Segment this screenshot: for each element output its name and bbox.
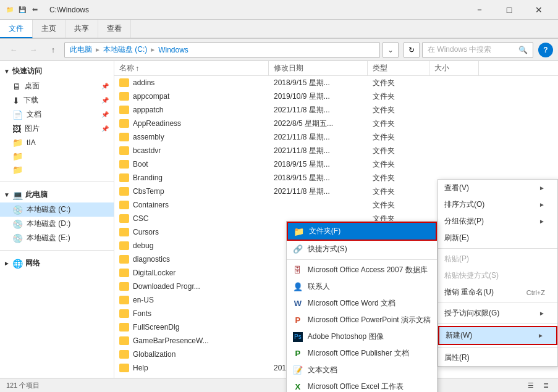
- new-contact-item[interactable]: 👤 联系人: [287, 278, 437, 295]
- sidebar-label-tia: tIA: [27, 138, 36, 147]
- maximize-button[interactable]: □: [495, 0, 523, 20]
- folder-icon: [119, 309, 129, 318]
- ctx-group[interactable]: 分组依据(P) ►: [438, 213, 557, 230]
- view-buttons: ☰ ≣: [525, 380, 552, 392]
- sidebar-item-extra1[interactable]: 📁: [0, 149, 114, 163]
- new-ppt-item[interactable]: P Microsoft Office PowerPoint 演示文稿: [287, 312, 437, 328]
- sidebar-item-d[interactable]: 💿 本地磁盘 (D:): [0, 217, 114, 231]
- sidebar-item-extra2[interactable]: 📁: [0, 163, 114, 177]
- ctx-paste: 粘贴(P): [438, 251, 557, 267]
- close-button[interactable]: ✕: [525, 0, 553, 20]
- sidebar-item-docs[interactable]: 📄 文档 📌: [0, 107, 114, 122]
- new-excel-item[interactable]: X Microsoft Office Excel 工作表: [287, 378, 437, 392]
- folder-icon: [119, 92, 129, 101]
- ctx-refresh[interactable]: 刷新(E): [438, 230, 557, 246]
- excel-sm-icon: X: [293, 382, 303, 392]
- refresh-button[interactable]: ↻: [404, 42, 420, 58]
- ctx-sep-4: [438, 347, 557, 348]
- table-row[interactable]: addins 2018/9/15 星期... 文件夹: [114, 76, 558, 90]
- downloads-icon: ⬇: [12, 96, 20, 106]
- col-header-date[interactable]: 修改日期: [269, 61, 368, 75]
- breadcrumb-c[interactable]: 本地磁盘 (C:): [103, 44, 147, 55]
- new-sep-1: [287, 259, 437, 260]
- ctx-properties[interactable]: 属性(R): [438, 349, 557, 366]
- ctx-undo[interactable]: 撤销 重命名(U) Ctrl+Z: [438, 284, 557, 301]
- pin-icon: 📌: [101, 83, 109, 90]
- tab-file[interactable]: 文件: [0, 20, 33, 38]
- folder-icon: [119, 364, 129, 372]
- folder-sm-icon: 📁: [294, 227, 304, 236]
- address-dropdown[interactable]: ⌄: [383, 42, 399, 58]
- table-row[interactable]: apppatch 2021/11/8 星期... 文件夹: [114, 103, 558, 117]
- table-row[interactable]: Boot 2018/9/15 星期... 文件夹: [114, 157, 558, 171]
- sidebar-label-docs: 文档: [27, 109, 41, 120]
- drive-c-icon: 💿: [12, 205, 23, 215]
- minimize-button[interactable]: －: [465, 0, 494, 20]
- new-text-item[interactable]: 📝 文本文档: [287, 362, 437, 378]
- file-name: appcompat: [133, 92, 169, 101]
- new-folder-label: 文件夹(F): [309, 226, 340, 236]
- quick-access-label: 快速访问: [12, 66, 42, 77]
- col-header-type[interactable]: 类型: [368, 61, 429, 75]
- table-row[interactable]: AppReadiness 2022/8/5 星期五... 文件夹: [114, 117, 558, 130]
- list-view-button[interactable]: ☰: [525, 380, 537, 392]
- status-bar: 121 个项目 ☰ ≣: [0, 378, 558, 392]
- file-name: diagnostics: [133, 255, 170, 264]
- file-name: AppReadiness: [133, 119, 181, 128]
- network-header[interactable]: ► 🌐网络: [0, 256, 114, 271]
- file-name: DigitalLocker: [133, 269, 175, 277]
- new-folder-item[interactable]: 📁 文件夹(F): [287, 222, 437, 241]
- table-row[interactable]: appcompat 2019/10/9 星期... 文件夹: [114, 90, 558, 103]
- table-row[interactable]: bcastdvr 2021/11/8 星期... 文件夹: [114, 144, 558, 157]
- new-access-item[interactable]: 🗄 Microsoft Office Access 2007 数据库: [287, 262, 437, 278]
- help-button[interactable]: ?: [538, 43, 553, 57]
- submenu-arrow-2: ►: [539, 201, 545, 208]
- breadcrumb-windows[interactable]: Windows: [158, 46, 188, 54]
- col-header-size[interactable]: 大小: [429, 61, 479, 75]
- new-publisher-item[interactable]: P Microsoft Office Publisher 文档: [287, 345, 437, 362]
- sidebar-item-desktop[interactable]: 🖥 桌面 📌: [0, 79, 114, 93]
- tab-home[interactable]: 主页: [33, 20, 66, 38]
- undo-icon: ⬅: [30, 5, 40, 15]
- ctx-sort[interactable]: 排序方式(O) ►: [438, 196, 557, 213]
- file-name: apppatch: [133, 106, 163, 114]
- breadcrumb-pc[interactable]: 此电脑: [70, 44, 92, 55]
- ctx-access[interactable]: 授予访问权限(G) ►: [438, 305, 557, 322]
- new-submenu: 📁 文件夹(F) 🔗 快捷方式(S) 🗄 Microsoft Office Ac…: [286, 221, 438, 392]
- folder-icon: [119, 282, 129, 291]
- sidebar-item-e[interactable]: 💿 本地磁盘 (E:): [0, 231, 114, 245]
- file-name: debug: [133, 241, 153, 250]
- this-pc-header[interactable]: ▼ 💻此电脑: [0, 187, 114, 202]
- ctx-view[interactable]: 查看(V) ►: [438, 180, 557, 196]
- sidebar-item-pics[interactable]: 🖼 图片 📌: [0, 122, 114, 136]
- docs-icon: 📄: [12, 110, 23, 120]
- forward-button[interactable]: →: [25, 42, 42, 58]
- sidebar-item-tia[interactable]: 📁 tIA: [0, 136, 114, 149]
- file-header: 名称 ↑ 修改日期 类型 大小: [114, 61, 558, 76]
- search-box[interactable]: 在 Windows 中搜索 🔍: [422, 42, 533, 58]
- address-path[interactable]: 此电脑 ► 本地磁盘 (C:) ► Windows: [64, 42, 380, 58]
- sidebar-item-c[interactable]: 💿 本地磁盘 (C:): [0, 202, 114, 217]
- sidebar-sep-1: [0, 181, 114, 182]
- new-shortcut-item[interactable]: 🔗 快捷方式(S): [287, 241, 437, 257]
- sidebar-sep-2: [0, 250, 114, 251]
- sidebar-item-downloads[interactable]: ⬇ 下载 📌: [0, 93, 114, 107]
- file-type: 文件夹: [368, 78, 429, 88]
- sidebar-label-downloads: 下载: [23, 95, 38, 106]
- file-date: 2021/11/8 星期...: [269, 186, 368, 197]
- new-word-item[interactable]: W Microsoft Office Word 文档: [287, 295, 437, 312]
- tab-view[interactable]: 查看: [98, 20, 131, 38]
- back-button[interactable]: ←: [5, 42, 22, 58]
- ctx-new[interactable]: 新建(W) ►: [438, 326, 557, 345]
- shortcut-sm-icon: 🔗: [293, 244, 303, 254]
- table-row[interactable]: assembly 2021/11/8 星期... 文件夹: [114, 130, 558, 144]
- col-header-name[interactable]: 名称 ↑: [114, 61, 269, 75]
- new-ps-item[interactable]: Ps Adobe Photoshop 图像: [287, 328, 437, 345]
- tab-share[interactable]: 共享: [66, 20, 98, 38]
- file-date: 2018/9/15 星期...: [269, 173, 368, 183]
- up-button[interactable]: ↑: [44, 42, 62, 58]
- detail-view-button[interactable]: ≣: [539, 380, 552, 392]
- quick-access-header[interactable]: ▼ 快速访问: [0, 64, 114, 79]
- file-name: Branding: [133, 173, 163, 182]
- file-type: 文件夹: [368, 105, 429, 115]
